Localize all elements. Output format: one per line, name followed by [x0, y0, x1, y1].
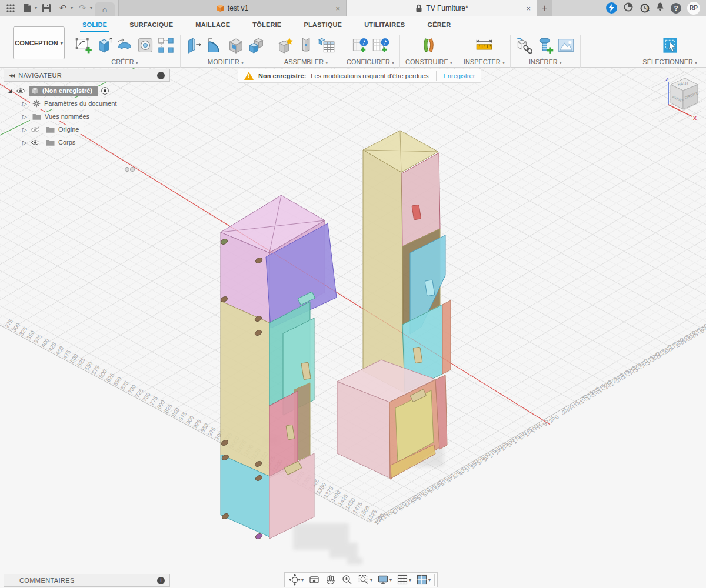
group-label-configurer[interactable]: CONFIGURER ▾ — [347, 58, 394, 65]
group-label-selectionner[interactable]: SÉLECTIONNER ▾ — [642, 58, 697, 65]
configure-icon[interactable] — [351, 36, 369, 54]
right-furniture-column[interactable] — [337, 131, 451, 479]
display-settings-tool[interactable]: ▾ — [375, 574, 394, 586]
fastener-icon[interactable] — [537, 36, 554, 54]
grid-settings-tool[interactable]: ▾ — [395, 574, 413, 586]
fit-caret[interactable]: ▾ — [370, 577, 372, 583]
viewport[interactable]: 2753003253503754004254504755005255505756… — [0, 68, 706, 588]
browser-item-param-tres-du-document[interactable]: ▷Paramètres du document — [4, 97, 170, 110]
redo-caret[interactable]: ▾ — [90, 5, 92, 11]
group-label-inspecter[interactable]: INSPECTER ▾ — [464, 58, 505, 65]
new-component-icon[interactable] — [277, 36, 294, 54]
insert-derive-icon[interactable] — [516, 36, 534, 54]
orbit-tool[interactable]: ▾ — [287, 574, 305, 586]
fit-tool[interactable]: ▾ — [356, 574, 374, 586]
select-icon[interactable] — [661, 36, 679, 54]
group-label-assembler[interactable]: ASSEMBLER ▾ — [284, 58, 328, 65]
home-tab[interactable]: ⌂ — [95, 2, 115, 16]
document-tab-tv-furniture[interactable]: TV Furniture* × — [347, 0, 537, 16]
construction-plane-icon[interactable] — [420, 36, 438, 54]
help-icon[interactable]: ? — [671, 3, 681, 14]
browser-item-origine[interactable]: ▷Origine — [4, 123, 170, 136]
right-salmon-side-panel[interactable] — [442, 300, 451, 374]
hole-icon[interactable] — [136, 36, 154, 54]
collapse-panel-icon[interactable]: ◀◀ — [9, 73, 14, 78]
extensions-icon[interactable] — [606, 2, 617, 14]
joint-icon[interactable] — [297, 36, 315, 54]
orbit-caret[interactable]: ▾ — [301, 577, 304, 583]
canvas-image-icon[interactable] — [557, 36, 575, 54]
ribbon-tab-maillage[interactable]: MAILLAGE — [194, 18, 231, 32]
undo-caret[interactable]: ▾ — [71, 5, 73, 11]
collapsed-arrow-icon[interactable]: ▷ — [22, 101, 27, 107]
file-menu-icon[interactable] — [20, 2, 34, 15]
display-caret[interactable]: ▾ — [389, 577, 392, 583]
comments-bar[interactable]: COMMENTAIRES + — [4, 574, 170, 587]
panel-display-toggle-icon[interactable]: − — [157, 72, 165, 79]
bom-table-icon[interactable] — [318, 36, 335, 54]
document-cube-icon — [217, 5, 224, 12]
look-at-tool[interactable] — [307, 574, 322, 586]
job-status-icon[interactable] — [623, 2, 634, 15]
browser-item-corps[interactable]: ▷Corps — [4, 136, 170, 149]
collapsed-arrow-icon[interactable]: ▷ — [22, 113, 27, 120]
left-side-panel[interactable] — [221, 301, 269, 476]
revolve-icon[interactable] — [116, 36, 134, 54]
folder-icon — [32, 113, 41, 120]
undo-icon[interactable]: ↶ — [56, 2, 70, 15]
close-tab-icon[interactable]: × — [335, 4, 340, 13]
group-label-creer[interactable]: CRÉER ▾ — [111, 58, 138, 65]
pan-tool[interactable] — [323, 574, 338, 586]
ribbon-tab-utilitaires[interactable]: UTILITAIRES — [363, 18, 406, 32]
measure-icon[interactable] — [475, 36, 493, 54]
group-label-modifier[interactable]: MODIFIER ▾ — [208, 58, 244, 65]
right-column-left-panel[interactable] — [363, 150, 405, 393]
fillet-icon[interactable] — [207, 36, 224, 54]
view-cube[interactable]: Z X HAUT AVANT DROITE — [650, 71, 704, 123]
orbit-icon — [289, 574, 301, 586]
file-menu-caret[interactable]: ▾ — [35, 5, 37, 11]
user-avatar[interactable]: RP — [687, 2, 700, 15]
group-label-inserer[interactable]: INSÉRER ▾ — [529, 58, 562, 65]
browser-root-row[interactable]: (Non enregistré) — [4, 84, 170, 97]
pattern-icon[interactable] — [157, 36, 175, 54]
group-inserer: INSÉRER ▾ — [511, 34, 580, 65]
browser-header[interactable]: ◀◀ NAVIGATEUR − — [4, 69, 170, 82]
redo-icon[interactable]: ↷ — [75, 2, 89, 15]
active-jobs-icon[interactable]: 1 — [640, 3, 650, 14]
viewports-caret[interactable]: ▾ — [428, 577, 431, 583]
ribbon-tab-plastique[interactable]: PLASTIQUE — [302, 18, 343, 32]
configuration-table-icon[interactable] — [372, 36, 389, 54]
group-label-construire[interactable]: CONSTRUIRE ▾ — [405, 58, 452, 65]
create-sketch-icon[interactable] — [75, 36, 92, 54]
ribbon-tab-surfacique[interactable]: SURFACIQUE — [128, 18, 174, 32]
extrude-icon[interactable] — [95, 36, 113, 54]
visibility-eye-icon[interactable] — [15, 88, 26, 94]
shell-icon[interactable] — [227, 36, 245, 54]
save-icon[interactable] — [39, 2, 54, 15]
expanded-arrow-icon[interactable] — [8, 89, 12, 93]
expand-comments-icon[interactable]: + — [157, 577, 165, 584]
notifications-bell-icon[interactable] — [655, 2, 665, 14]
workspace-selector[interactable]: CONCEPTION ▾ — [13, 26, 65, 59]
new-tab-button[interactable]: + — [537, 0, 552, 16]
combine-icon[interactable] — [248, 36, 265, 54]
browser-item-vues-nomm-es[interactable]: ▷Vues nommées — [4, 110, 170, 123]
viewports-tool[interactable]: ▾ — [414, 574, 435, 586]
activate-component-radio[interactable] — [101, 87, 109, 95]
visibility-eye-icon[interactable] — [30, 139, 41, 146]
visibility-eye-icon[interactable] — [30, 126, 41, 133]
app-menu-icon[interactable] — [4, 2, 18, 15]
close-tab-icon[interactable]: × — [526, 4, 531, 13]
ribbon-tab-tôlerie[interactable]: TÔLERIE — [251, 18, 282, 32]
collapsed-arrow-icon[interactable]: ▷ — [22, 126, 27, 133]
ribbon-tab-solide[interactable]: SOLIDE — [81, 18, 108, 32]
zoom-tool[interactable] — [339, 574, 355, 586]
save-link[interactable]: Enregistrer — [444, 72, 475, 79]
grid-caret[interactable]: ▾ — [409, 577, 411, 583]
collapsed-arrow-icon[interactable]: ▷ — [22, 139, 27, 146]
press-pull-icon[interactable] — [186, 36, 204, 54]
root-document-chip[interactable]: (Non enregistré) — [29, 86, 98, 96]
document-tab-test-v1[interactable]: test v1 × — [118, 0, 347, 16]
ribbon-tab-gérer[interactable]: GÉRER — [426, 18, 452, 32]
